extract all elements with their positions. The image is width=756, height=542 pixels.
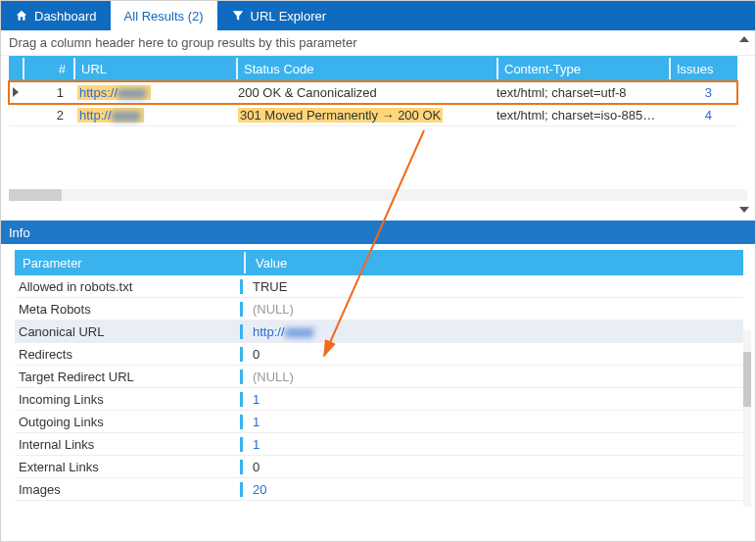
param-value: 0 — [240, 460, 743, 474]
home-icon — [15, 9, 28, 23]
param-value[interactable]: 1 — [240, 392, 743, 407]
cell-content-type: text/html; charset=iso-885… — [491, 108, 661, 123]
scrollbar-thumb[interactable] — [9, 189, 62, 201]
tab-all-results-label: All Results (2) — [124, 9, 204, 24]
col-url[interactable]: URL — [75, 62, 236, 76]
param-name: Incoming Links — [15, 392, 240, 407]
param-name: Meta Robots — [15, 302, 240, 317]
param-value[interactable]: 1 — [240, 437, 743, 452]
results-header: # URL Status Code Content-Type Issues — [9, 56, 737, 81]
collapse-up-icon[interactable] — [739, 36, 749, 42]
param-value[interactable]: 1 — [240, 415, 743, 429]
param-name: Allowed in robots.txt — [15, 279, 240, 294]
group-by-hint[interactable]: Drag a column header here to group resul… — [1, 30, 755, 56]
col-number[interactable]: # — [24, 62, 73, 76]
info-panel-header[interactable]: Info — [1, 221, 755, 244]
param-row[interactable]: Redirects0 — [15, 343, 743, 366]
param-value: (NULL) — [240, 302, 743, 317]
group-by-hint-text: Drag a column header here to group resul… — [9, 35, 357, 50]
tab-url-explorer[interactable]: URL Explorer — [217, 1, 341, 30]
param-row[interactable]: External Links0 — [15, 456, 743, 478]
filter-icon — [231, 9, 245, 23]
tab-url-explorer-label: URL Explorer — [251, 9, 327, 24]
param-row[interactable]: Canonical URLhttp://▮▮▮▮/ — [15, 320, 743, 343]
param-row[interactable]: Target Redirect URL(NULL) — [15, 366, 743, 388]
cell-url[interactable]: https://▮▮▮▮/ — [71, 85, 232, 100]
param-value: (NULL) — [240, 370, 743, 384]
cell-number: 1 — [23, 85, 71, 100]
scrollbar-thumb[interactable] — [743, 352, 751, 407]
info-title: Info — [9, 225, 30, 240]
cell-issues[interactable]: 3 — [661, 85, 737, 100]
param-name: Target Redirect URL — [15, 370, 240, 384]
param-name: Internal Links — [15, 437, 240, 452]
cell-issues[interactable]: 4 — [661, 108, 737, 123]
col-parameter[interactable]: Parameter — [15, 256, 244, 271]
main-tabs: Dashboard All Results (2) URL Explorer — [1, 1, 755, 30]
col-content-type[interactable]: Content-Type — [498, 62, 669, 76]
param-value: TRUE — [240, 279, 743, 294]
row-selected-icon — [9, 87, 23, 97]
collapse-down-icon[interactable] — [739, 207, 749, 213]
param-list: Allowed in robots.txtTRUEMeta Robots(NUL… — [15, 275, 743, 501]
col-issues[interactable]: Issues — [671, 62, 737, 76]
table-row[interactable]: 2 http://▮▮▮▮/ 301 Moved Permanently → 2… — [9, 104, 737, 126]
tab-dashboard-label: Dashboard — [34, 9, 97, 24]
param-name: Redirects — [15, 347, 240, 362]
param-row[interactable]: Incoming Links1 — [15, 388, 743, 411]
param-name: External Links — [15, 460, 240, 474]
param-value[interactable]: 20 — [240, 482, 743, 497]
param-row[interactable]: Internal Links1 — [15, 433, 743, 456]
param-header: Parameter Value — [15, 250, 743, 275]
cell-url[interactable]: http://▮▮▮▮/ — [71, 108, 232, 123]
tab-dashboard[interactable]: Dashboard — [1, 1, 111, 30]
table-row[interactable]: 1 https://▮▮▮▮/ 200 OK & Canonicalized t… — [9, 81, 737, 104]
param-row[interactable]: Images20 — [15, 478, 743, 501]
param-row[interactable]: Allowed in robots.txtTRUE — [15, 275, 743, 298]
param-row[interactable]: Outgoing Links1 — [15, 411, 743, 433]
cell-number: 2 — [23, 108, 71, 123]
col-value[interactable]: Value — [246, 256, 743, 271]
tab-all-results[interactable]: All Results (2) — [111, 1, 217, 30]
param-value: 0 — [240, 347, 743, 362]
param-row[interactable]: Meta Robots(NULL) — [15, 298, 743, 320]
cell-status: 301 Moved Permanently → 200 OK — [232, 108, 491, 123]
horizontal-scrollbar[interactable] — [9, 189, 747, 201]
col-status[interactable]: Status Code — [238, 62, 496, 76]
cell-content-type: text/html; charset=utf-8 — [491, 85, 661, 100]
param-name: Images — [15, 482, 240, 497]
param-name: Canonical URL — [15, 324, 240, 339]
cell-status: 200 OK & Canonicalized — [232, 85, 491, 100]
param-name: Outgoing Links — [15, 415, 240, 429]
vertical-scrollbar[interactable] — [743, 330, 751, 507]
param-value[interactable]: http://▮▮▮▮/ — [240, 324, 743, 339]
